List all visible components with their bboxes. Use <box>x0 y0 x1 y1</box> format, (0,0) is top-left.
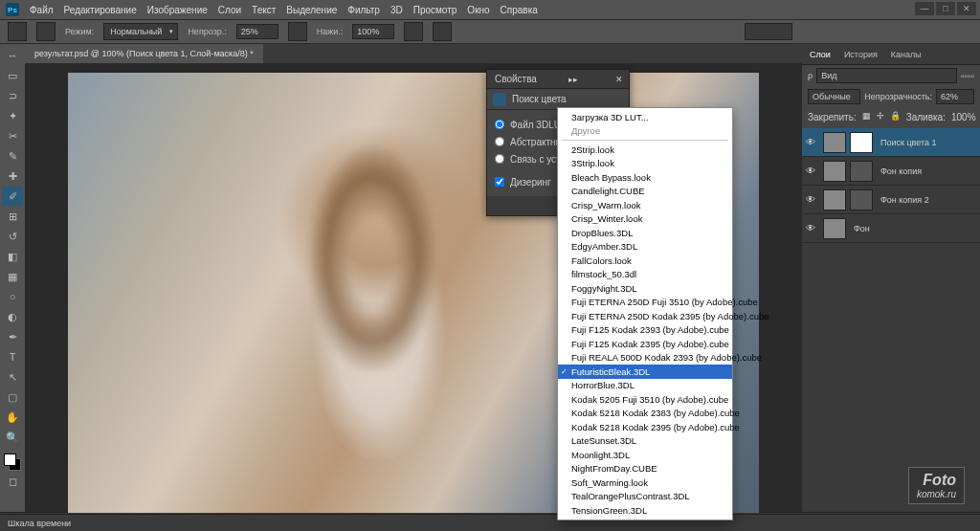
lock-all-icon[interactable]: 🔒 <box>890 111 901 122</box>
layer-row[interactable]: 👁 Фон <box>802 214 980 243</box>
gradient-tool[interactable]: ▦ <box>2 267 23 286</box>
lut-item[interactable]: Candlelight.CUBE <box>558 185 732 199</box>
radio-abstract[interactable] <box>495 137 504 146</box>
menu-text[interactable]: Текст <box>252 5 276 15</box>
lut-item[interactable]: Fuji ETERNA 250D Fuji 3510 (by Adobe).cu… <box>558 296 732 310</box>
heal-tool[interactable]: ✚ <box>2 166 23 186</box>
color-swatches[interactable] <box>4 454 21 471</box>
minimize-button[interactable]: — <box>915 2 934 15</box>
layer-blend-select[interactable]: Обычные <box>808 89 860 104</box>
lut-item[interactable]: TealOrangePlusContrast.3DL <box>558 490 732 504</box>
lock-pixels-icon[interactable]: ▦ <box>862 111 871 122</box>
lut-item[interactable]: LateSunset.3DL <box>558 434 732 449</box>
flow-input[interactable]: 100% <box>352 24 394 39</box>
quickmask-tool[interactable]: ◻ <box>2 472 23 491</box>
lut-item[interactable]: Kodak 5218 Kodak 2395 (by Adobe).cube <box>558 420 732 434</box>
lut-item[interactable]: 2Strip.look <box>558 143 732 157</box>
pressure-size-icon[interactable] <box>433 22 452 41</box>
lut-item[interactable]: 3Strip.look <box>558 157 732 171</box>
type-tool[interactable]: T <box>2 347 23 366</box>
visibility-icon[interactable]: 👁 <box>806 166 819 176</box>
lut-item[interactable]: Fuji F125 Kodak 2395 (by Adobe).cube <box>558 337 732 351</box>
lut-item[interactable]: Bleach Bypass.look <box>558 170 732 185</box>
lut-item[interactable]: FallColors.look <box>558 254 732 268</box>
menu-file[interactable]: Файл <box>30 5 54 15</box>
pen-tool[interactable]: ✒ <box>2 327 23 346</box>
pressure-opacity-icon[interactable] <box>288 22 307 41</box>
lock-position-icon[interactable]: ✢ <box>877 111 884 122</box>
hand-tool[interactable]: ✋ <box>2 408 23 427</box>
path-tool[interactable]: ↖ <box>2 367 23 387</box>
airbrush-icon[interactable] <box>404 22 423 41</box>
dodge-tool[interactable]: ◐ <box>2 307 23 326</box>
opacity-input[interactable]: 25% <box>236 24 278 39</box>
lut-load[interactable]: Загрузка 3D LUT... <box>558 110 732 124</box>
lut-item[interactable]: Moonlight.3DL <box>558 448 732 462</box>
lut-item[interactable]: Fuji REALA 500D Kodak 2393 (by Adobe).cu… <box>558 351 732 365</box>
workspace-select[interactable] <box>745 23 792 40</box>
blend-mode-select[interactable]: Нормальный <box>103 23 178 40</box>
filter-icon[interactable]: ▫▫▫▫ <box>961 71 974 81</box>
layer-row[interactable]: 👁 Фон копия <box>802 157 980 186</box>
brush-preset-icon[interactable] <box>36 22 56 41</box>
lut-item[interactable]: Kodak 5218 Kodak 2383 (by Adobe).cube <box>558 407 732 421</box>
menu-view[interactable]: Просмотр <box>413 5 457 15</box>
eraser-tool[interactable]: ◧ <box>2 247 23 266</box>
checkbox-dither[interactable] <box>495 177 504 187</box>
lut-item[interactable]: Fuji F125 Kodak 2393 (by Adobe).cube <box>558 323 732 338</box>
menu-3d[interactable]: 3D <box>390 5 403 15</box>
blur-tool[interactable]: ○ <box>2 287 23 306</box>
crop-tool[interactable]: ✂ <box>2 126 23 145</box>
panel-close-icon[interactable]: ✕ <box>615 75 623 84</box>
lut-item[interactable]: FoggyNight.3DL <box>558 281 732 296</box>
zoom-tool[interactable]: 🔍 <box>2 428 23 447</box>
menu-filter[interactable]: Фильтр <box>347 5 380 15</box>
history-brush-tool[interactable]: ↺ <box>2 227 23 246</box>
lasso-tool[interactable]: ⊃ <box>2 86 23 105</box>
document-tab[interactable]: результат.psd @ 100% (Поиск цвета 1, Сло… <box>25 44 263 63</box>
lut-item[interactable]: NightFromDay.CUBE <box>558 462 732 476</box>
lut-item[interactable]: Crisp_Warm.look <box>558 198 732 212</box>
lut-item[interactable]: TensionGreen.3DL <box>558 503 732 518</box>
layer-row[interactable]: 👁 Фон копия 2 <box>802 186 980 214</box>
lut-item[interactable]: EdgyAmber.3DL <box>558 240 732 254</box>
visibility-icon[interactable]: 👁 <box>806 194 819 205</box>
marquee-tool[interactable]: ▭ <box>2 66 23 85</box>
timeline-bar[interactable]: Шкала времени <box>0 514 980 531</box>
lut-item[interactable]: Fuji ETERNA 250D Kodak 2395 (by Adobe).c… <box>558 309 732 323</box>
visibility-icon[interactable]: 👁 <box>806 137 819 147</box>
lut-item[interactable]: Crisp_Winter.look <box>558 212 732 227</box>
lut-item[interactable]: FuturisticBleak.3DL <box>558 365 732 379</box>
panel-menu-icon[interactable]: ▸▸ <box>568 75 578 84</box>
move-tool[interactable]: ↔ <box>2 46 23 65</box>
brush-tool[interactable]: ✐ <box>2 187 23 206</box>
tool-preset-icon[interactable] <box>8 22 27 41</box>
menu-edit[interactable]: Редактирование <box>64 5 137 15</box>
visibility-icon[interactable]: 👁 <box>806 223 819 233</box>
layer-row[interactable]: 👁 Поиск цвета 1 <box>802 128 980 157</box>
tab-channels[interactable]: Каналы <box>891 50 922 59</box>
lut-item[interactable]: Kodak 5205 Fuji 3510 (by Adobe).cube <box>558 392 732 407</box>
radio-device[interactable] <box>495 154 504 164</box>
menu-layers[interactable]: Слои <box>218 5 241 15</box>
stamp-tool[interactable]: ⊞ <box>2 207 23 226</box>
tab-layers[interactable]: Слои <box>810 50 831 59</box>
layer-opacity-input[interactable]: 62% <box>936 89 974 104</box>
lut-item[interactable]: Soft_Warming.look <box>558 476 732 490</box>
tab-history[interactable]: История <box>844 50 878 59</box>
eyedropper-tool[interactable]: ✎ <box>2 146 23 166</box>
fill-input[interactable]: 100% <box>951 112 976 122</box>
lut-item[interactable]: filmstock_50.3dl <box>558 268 732 282</box>
menu-select[interactable]: Выделение <box>286 5 337 15</box>
wand-tool[interactable]: ✦ <box>2 106 23 125</box>
lut-item[interactable]: DropBlues.3DL <box>558 226 732 240</box>
radio-3dlut[interactable] <box>495 120 504 129</box>
menu-image[interactable]: Изображение <box>147 5 208 15</box>
menu-help[interactable]: Справка <box>501 5 538 15</box>
maximize-button[interactable]: □ <box>936 2 955 15</box>
menu-window[interactable]: Окно <box>467 5 489 15</box>
shape-tool[interactable]: ▢ <box>2 387 23 407</box>
kind-filter[interactable]: Вид <box>816 68 957 83</box>
close-button[interactable]: ✕ <box>957 2 976 15</box>
lut-item[interactable]: HorrorBlue.3DL <box>558 379 732 393</box>
